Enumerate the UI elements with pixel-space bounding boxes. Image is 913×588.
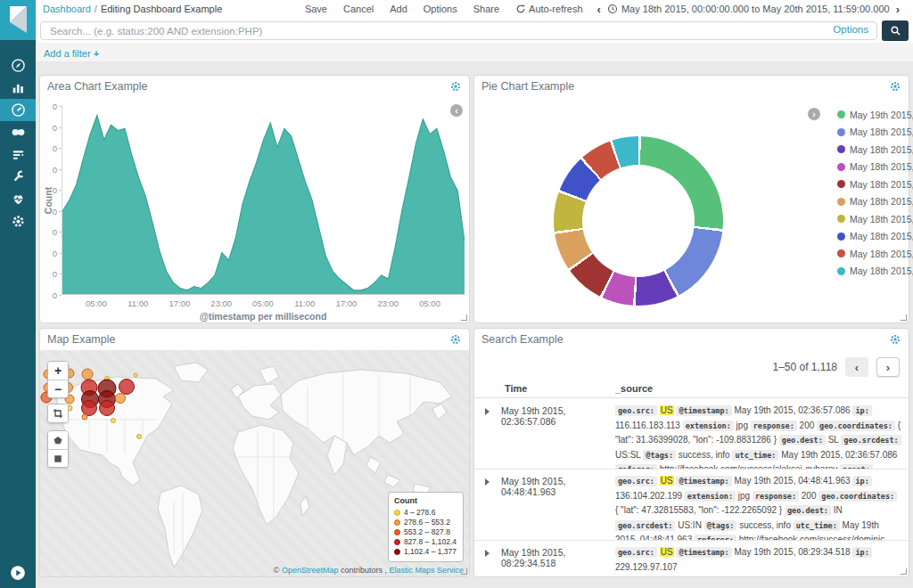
map-marker[interactable]	[116, 394, 126, 404]
draw-polygon-button[interactable]	[48, 431, 68, 449]
sidebar-item-discover[interactable]	[0, 54, 36, 77]
area-chart-plot[interactable]	[62, 106, 465, 295]
map-marker[interactable]	[82, 369, 93, 380]
legend-item[interactable]: May 18th 2015, 00:01...	[837, 176, 913, 193]
sidebar-item-logging[interactable]	[0, 143, 36, 166]
legend-item[interactable]: May 19th 2015, 17:00...	[837, 106, 913, 124]
legend-toggle-icon[interactable]: ‹	[450, 104, 463, 117]
sidebar-item-visualize[interactable]	[0, 77, 36, 99]
field-value: US:IN	[678, 520, 702, 530]
clock-icon	[607, 4, 618, 14]
legend-item[interactable]: May 18th 2015, 00:00...	[837, 141, 913, 159]
map-legend-item: 278.6 – 553.2	[394, 518, 456, 527]
openstreetmap-link[interactable]: OpenStreetMap	[282, 566, 339, 575]
search-options-link[interactable]: Options	[833, 24, 868, 35]
sidebar-collapse-button[interactable]	[10, 565, 26, 581]
search-results-body: 1–50 of 1,118 ‹ › Time _source May 19th …	[474, 350, 909, 576]
menu-item-add[interactable]: Add	[390, 4, 407, 14]
y-axis-tick-mark	[59, 127, 62, 128]
previous-page-button[interactable]: ‹	[845, 357, 868, 377]
panel-title: Pie Chart Example	[481, 80, 574, 93]
map-marker[interactable]	[82, 414, 87, 420]
map-marker[interactable]	[111, 419, 116, 423]
legend-item[interactable]: May 18th 2015, 00:02...	[837, 228, 913, 246]
next-page-button[interactable]: ›	[876, 357, 900, 377]
legend-item[interactable]: May 18th 2015, 00:03...	[837, 263, 913, 281]
field-value: US	[660, 476, 674, 486]
y-axis-tick-label: 0	[42, 269, 57, 279]
y-axis-tick-mark	[59, 211, 62, 212]
field-value: May 19th 2015, 02:36:57.086	[781, 450, 897, 460]
sidebar-item-timelion[interactable]	[0, 121, 36, 143]
menu-item-save[interactable]: Save	[305, 4, 327, 14]
expand-caret-icon[interactable]	[485, 550, 489, 557]
panel-resize-handle[interactable]	[461, 314, 467, 321]
map-marker[interactable]	[119, 380, 135, 395]
zoom-out-button[interactable]: −	[48, 380, 68, 397]
table-header: Time _source	[474, 380, 909, 398]
legend-item[interactable]: May 18th 2015, 17:00...	[837, 124, 913, 142]
map-marker[interactable]	[82, 401, 97, 416]
donut-chart[interactable]	[554, 136, 723, 306]
bar-chart-icon	[11, 80, 26, 95]
menu-item-share[interactable]: Share	[473, 4, 499, 14]
panel-settings-gear-icon[interactable]	[889, 333, 901, 346]
legend-item[interactable]: May 18th 2015, 00:02...	[837, 245, 913, 263]
time-cell: May 19th 2015, 08:29:34.518	[501, 547, 613, 568]
sidebar-item-monitoring[interactable]	[0, 188, 36, 210]
sidebar-item-dashboard[interactable]	[0, 99, 36, 121]
panel-header: Search Example	[474, 329, 909, 350]
add-filter-link[interactable]: Add a filter +	[44, 48, 99, 59]
menu-item-cancel[interactable]: Cancel	[343, 4, 374, 14]
map-marker[interactable]	[137, 435, 142, 439]
x-axis-tick-label: 17:00	[169, 298, 191, 308]
auto-refresh-button[interactable]: Auto-refresh	[515, 4, 583, 14]
panel-header: Pie Chart Example	[474, 76, 909, 97]
y-axis-tick-mark	[59, 169, 62, 170]
log-lines-icon	[11, 147, 26, 162]
source-cell: geo.src: US @timestamp: May 19th 2015, 0…	[615, 399, 901, 470]
zoom-in-button[interactable]: +	[48, 362, 68, 380]
expand-caret-icon[interactable]	[485, 408, 489, 415]
sidebar-item-management[interactable]	[0, 210, 36, 233]
time-picker[interactable]: May 18th 2015, 00:00:00.000 to May 20th …	[607, 4, 890, 14]
panel-title: Area Chart Example	[47, 80, 148, 93]
legend-color-dot	[394, 549, 400, 555]
dashboard-grid: Area Chart Example Count @timestamp per …	[36, 61, 913, 588]
donut-hole	[582, 165, 695, 277]
panel-settings-gear-icon[interactable]	[449, 333, 462, 346]
sidebar-item-dev-tools[interactable]	[0, 166, 36, 188]
area-series	[62, 106, 465, 294]
elastic-maps-service-link[interactable]: Elastic Maps Service	[389, 566, 464, 575]
x-axis-tick-label: 05:00	[252, 298, 274, 308]
legend-toggle-icon[interactable]: ›	[808, 108, 820, 120]
search-input[interactable]	[40, 21, 877, 40]
legend-item[interactable]: May 18th 2015, 00:01...	[837, 159, 913, 176]
legend-label: May 18th 2015, 00:03...	[850, 265, 913, 276]
legend-item[interactable]: May 18th 2015, 00:02...	[837, 210, 913, 228]
field-badge: geo.srcdest:	[615, 520, 675, 531]
fit-bounds-button[interactable]	[48, 404, 68, 422]
time-forward-button[interactable]: ›	[896, 3, 900, 16]
kibana-logo[interactable]	[0, 0, 36, 40]
breadcrumb-dashboard-link[interactable]: Dashboard	[43, 4, 91, 14]
x-axis-tick-label: 11:00	[294, 298, 315, 308]
panel-pie-chart: Pie Chart Example › May 19th 2015, 17:00…	[473, 75, 909, 323]
panel-settings-gear-icon[interactable]	[449, 80, 462, 93]
draw-rectangle-button[interactable]	[48, 449, 68, 467]
panel-resize-handle[interactable]	[461, 568, 467, 575]
panel-resize-handle[interactable]	[901, 314, 907, 321]
panel-settings-gear-icon[interactable]	[889, 80, 901, 93]
timelion-mask-icon	[11, 125, 26, 140]
menu-item-options[interactable]: Options	[424, 4, 457, 14]
field-badge: ip:	[852, 476, 871, 486]
expand-caret-icon[interactable]	[485, 478, 489, 486]
legend-label: 553.2 – 827.8	[404, 527, 450, 537]
legend-item[interactable]: May 18th 2015, 00:02...	[837, 193, 913, 211]
panel-resize-handle[interactable]	[901, 568, 907, 575]
map-marker[interactable]	[100, 401, 115, 416]
time-back-button[interactable]: ‹	[597, 3, 601, 16]
search-submit-button[interactable]	[882, 20, 909, 41]
map-marker[interactable]	[134, 373, 137, 377]
field-badge: utc_time:	[794, 520, 840, 531]
